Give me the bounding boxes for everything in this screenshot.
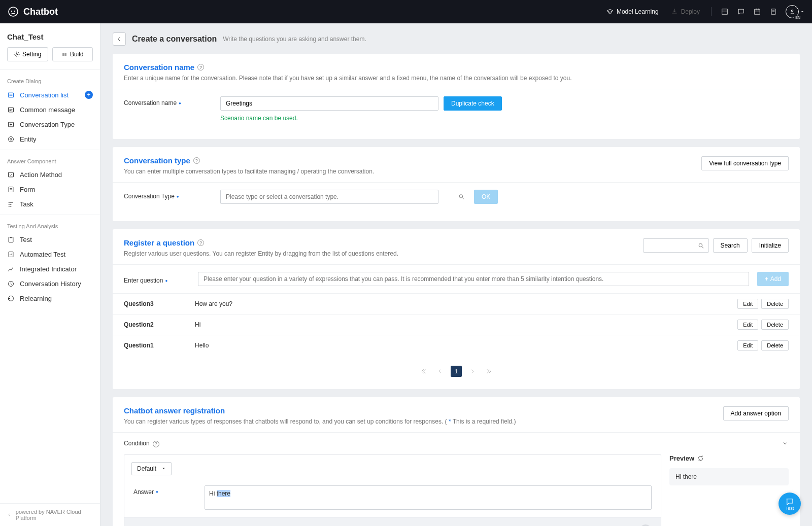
question-search-input[interactable] xyxy=(643,238,709,253)
preview-bubble: Hi there xyxy=(669,468,789,485)
view-full-type-button[interactable]: View full conversation type xyxy=(701,156,789,170)
search-icon xyxy=(698,242,704,249)
page-prev-button[interactable] xyxy=(434,366,446,377)
answer-desc: You can register various types of respon… xyxy=(124,418,516,425)
caret-down-icon xyxy=(800,9,805,14)
sidebar-item-form[interactable]: Form xyxy=(0,182,100,197)
conversation-type-input[interactable] xyxy=(220,190,438,204)
section-testing: Testing And Analysis xyxy=(0,221,100,232)
help-icon[interactable]: ? xyxy=(153,441,159,447)
svg-point-2 xyxy=(14,11,15,12)
history-icon xyxy=(7,280,15,288)
header-icon-doc[interactable] xyxy=(766,5,781,19)
avatar-icon: EN xyxy=(786,5,799,18)
card-answer-registration: Chatbot answer registration You can regi… xyxy=(113,397,800,526)
add-conversation-icon[interactable]: + xyxy=(85,91,93,99)
delete-button[interactable]: Delete xyxy=(761,299,789,309)
answer-textarea[interactable]: Hi there xyxy=(205,485,652,510)
help-icon[interactable]: ? xyxy=(197,239,204,246)
enter-question-input[interactable] xyxy=(198,272,749,286)
chevron-down-circle-icon xyxy=(639,524,652,527)
svg-rect-9 xyxy=(9,108,14,112)
page-subtitle: Write the questions you are asking and a… xyxy=(223,36,366,43)
enter-q-label: Enter question xyxy=(124,277,163,284)
main-content: Create a conversation Write the question… xyxy=(100,23,812,526)
edit-button[interactable]: Edit xyxy=(737,299,758,309)
message-icon xyxy=(7,106,15,114)
page-last-button[interactable] xyxy=(483,366,494,377)
sidebar-item-conversation-history[interactable]: Conversation History xyxy=(0,276,100,291)
sidebar: Chat_Test Setting Build Create Dialog Co… xyxy=(0,23,100,526)
back-button[interactable] xyxy=(113,32,126,46)
deploy-link[interactable]: Deploy xyxy=(666,5,705,18)
gear-icon xyxy=(14,51,20,57)
edit-button[interactable]: Edit xyxy=(737,320,758,330)
q-title: Register a question xyxy=(124,238,194,247)
sidebar-item-conversation-list[interactable]: Conversation list + xyxy=(0,87,100,102)
delete-button[interactable]: Delete xyxy=(761,340,789,350)
question-id: Question3 xyxy=(124,300,195,307)
sidebar-item-common-message[interactable]: Common message xyxy=(0,102,100,117)
svg-point-12 xyxy=(9,137,14,142)
page-first-button[interactable] xyxy=(418,366,429,377)
indicator-icon xyxy=(7,265,15,273)
initialize-button[interactable]: Initialize xyxy=(752,238,789,253)
add-question-button[interactable]: +Add xyxy=(757,272,789,286)
search-button[interactable]: Search xyxy=(713,238,748,253)
duplicate-check-button[interactable]: Duplicate check xyxy=(444,96,502,111)
svg-point-7 xyxy=(16,54,18,55)
question-id: Question2 xyxy=(124,321,195,328)
condition-row[interactable]: Condition? xyxy=(113,432,800,454)
setting-button[interactable]: Setting xyxy=(7,47,48,61)
type-icon xyxy=(7,121,15,128)
question-id: Question1 xyxy=(124,342,195,349)
question-text: Hi xyxy=(195,321,737,328)
sidebar-item-action-method[interactable]: Action Method xyxy=(0,167,100,182)
action-icon xyxy=(7,171,15,179)
test-icon xyxy=(7,236,15,243)
question-text: Hello xyxy=(195,342,737,349)
header-icon-cal[interactable] xyxy=(750,5,764,19)
refresh-icon[interactable] xyxy=(697,455,704,462)
sidebar-item-automated-test[interactable]: Automated Test xyxy=(0,247,100,262)
url-add-row[interactable]: URL Add xyxy=(124,517,661,527)
page-next-button[interactable] xyxy=(467,366,478,377)
preview-panel: Preview Hi there xyxy=(669,454,789,527)
sidebar-footer: powered by NAVER Cloud Platform xyxy=(0,503,100,526)
conv-name-label: Conversation name xyxy=(124,99,177,107)
default-select[interactable]: Default xyxy=(131,462,172,475)
test-fab[interactable]: Test xyxy=(779,493,801,515)
edit-button[interactable]: Edit xyxy=(737,340,758,350)
header-icon-1[interactable] xyxy=(718,5,732,19)
sidebar-item-relearning[interactable]: Relearning xyxy=(0,291,100,306)
brand-text: Chatbot xyxy=(23,7,58,17)
conversation-name-input[interactable] xyxy=(220,96,438,111)
chevron-left-icon[interactable] xyxy=(7,512,12,517)
model-learning-link[interactable]: Model Learning xyxy=(601,5,664,18)
header-icon-chat[interactable] xyxy=(734,5,748,19)
sidebar-item-conversation-type[interactable]: Conversation Type xyxy=(0,117,100,132)
delete-button[interactable]: Delete xyxy=(761,320,789,330)
conv-name-desc: Enter a unique name for the conversation… xyxy=(124,75,789,82)
ok-button[interactable]: OK xyxy=(474,190,498,204)
help-icon[interactable]: ? xyxy=(197,64,204,71)
build-button[interactable]: Build xyxy=(52,47,93,61)
sidebar-item-integrated-indicator[interactable]: Integrated Indicator xyxy=(0,262,100,276)
user-menu[interactable]: EN xyxy=(786,5,805,18)
lang-badge: EN xyxy=(794,16,801,19)
sidebar-item-task[interactable]: Task xyxy=(0,197,100,212)
conv-name-title: Conversation name xyxy=(124,63,194,72)
help-icon[interactable]: ? xyxy=(193,157,200,164)
sidebar-item-test[interactable]: Test xyxy=(0,232,100,247)
conv-type-title: Conversation type xyxy=(124,156,190,165)
svg-point-11 xyxy=(10,138,12,141)
answer-label: Answer xyxy=(133,488,154,496)
card-conversation-type: Conversation type? You can enter multipl… xyxy=(113,147,800,221)
caret-down-icon xyxy=(161,466,166,471)
section-answer-component: Answer Component xyxy=(0,156,100,167)
header-actions: Model Learning Deploy EN xyxy=(601,5,805,19)
page-number[interactable]: 1 xyxy=(451,366,462,377)
sidebar-item-entity[interactable]: Entity xyxy=(0,132,100,147)
card-conversation-name: Conversation name? Enter a unique name f… xyxy=(113,54,800,139)
add-answer-option-button[interactable]: Add answer option xyxy=(723,406,789,420)
